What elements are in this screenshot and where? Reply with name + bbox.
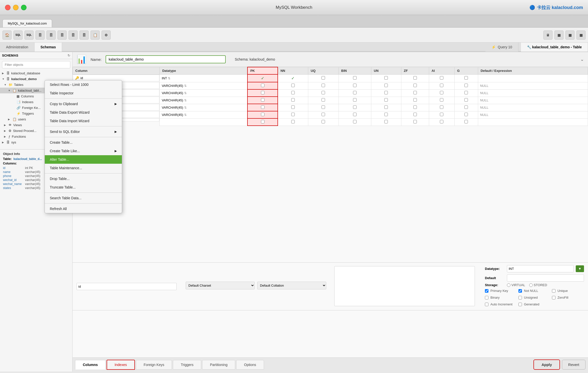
cb-un[interactable]	[384, 76, 388, 80]
row-ai-cell[interactable]	[429, 74, 454, 82]
row-zf-cell[interactable]	[401, 89, 429, 97]
tab-triggers[interactable]: Triggers	[173, 360, 201, 369]
cb-g[interactable]	[464, 91, 468, 94]
context-menu-item[interactable]: Create Table...	[45, 138, 122, 147]
row-g-cell[interactable]	[455, 118, 478, 126]
cb-bin[interactable]	[353, 76, 357, 80]
cb-zf[interactable]	[413, 113, 417, 116]
revert-button[interactable]: Revert	[562, 360, 585, 369]
row-ai-cell[interactable]	[429, 118, 454, 126]
schemas-refresh-icon[interactable]: ↻	[68, 54, 70, 57]
cb-uq[interactable]	[322, 98, 325, 102]
row-zf-cell[interactable]	[401, 111, 429, 118]
row-uq-cell[interactable]	[308, 82, 339, 89]
cb-nn[interactable]	[291, 91, 295, 94]
cb-pk[interactable]	[261, 105, 264, 109]
row-zf-cell[interactable]	[401, 104, 429, 111]
row-uq-cell[interactable]	[308, 111, 339, 118]
cb-pk[interactable]	[261, 98, 264, 102]
context-menu-item[interactable]: Table Maintenance...	[45, 164, 122, 172]
cb-uq[interactable]	[322, 120, 325, 123]
cb-g[interactable]	[464, 113, 468, 116]
toolbar-settings[interactable]: ⚙	[102, 31, 111, 40]
row-un-cell[interactable]	[371, 111, 401, 118]
radio-virtual-input[interactable]	[507, 283, 510, 287]
default-input[interactable]	[507, 274, 584, 282]
context-menu-item[interactable]: Select Rows - Limit 1000	[45, 80, 122, 89]
radio-stored-input[interactable]	[529, 283, 533, 287]
cb-nn[interactable]	[291, 113, 295, 116]
context-menu-item[interactable]: Create Table Like...▶	[45, 147, 122, 155]
toolbar-home[interactable]: 🏠	[3, 31, 12, 40]
toolbar-layout2[interactable]: ▦	[565, 31, 574, 40]
cb-binary[interactable]	[485, 296, 488, 299]
context-menu-item[interactable]: Table Data Export Wizard	[45, 108, 122, 117]
cb-zf[interactable]	[413, 91, 417, 94]
row-bin-cell[interactable]	[339, 111, 371, 118]
cb-bin[interactable]	[353, 98, 357, 102]
cb-bin[interactable]	[353, 120, 357, 123]
row-ai-cell[interactable]	[429, 111, 454, 118]
cb-zf[interactable]	[413, 120, 417, 123]
cb-auto-increment[interactable]	[485, 303, 488, 306]
row-un-cell[interactable]	[371, 89, 401, 97]
browser-tab-main[interactable]: MySQL_for_kalacloud.com	[3, 19, 52, 27]
row-bin-cell[interactable]	[339, 97, 371, 104]
table-row[interactable]: ◇phoneVARCHAR(45) ⇅NULL	[73, 89, 588, 97]
cb-bin[interactable]	[353, 113, 357, 116]
row-un-cell[interactable]	[371, 74, 401, 82]
search-input[interactable]	[2, 61, 70, 68]
minimize-btn[interactable]	[13, 5, 19, 10]
cb-pk[interactable]	[261, 91, 264, 94]
apply-button[interactable]: Apply	[533, 359, 560, 370]
cb-g[interactable]	[464, 84, 468, 87]
cb-ai[interactable]	[440, 120, 443, 123]
row-g-cell[interactable]	[455, 82, 478, 89]
cb-bin[interactable]	[353, 105, 357, 109]
row-un-cell[interactable]	[371, 82, 401, 89]
context-menu-item[interactable]: Copy to Clipboard▶	[45, 100, 122, 108]
row-zf-cell[interactable]	[401, 118, 429, 126]
row-uq-cell[interactable]	[308, 104, 339, 111]
row-zf-cell[interactable]	[401, 82, 429, 89]
tab-partitioning[interactable]: Partitioning	[202, 360, 235, 369]
row-g-cell[interactable]	[455, 89, 478, 97]
row-pk-cell[interactable]	[247, 82, 278, 89]
toolbar-db1[interactable]: 🗄	[36, 31, 45, 40]
cb-unsigned[interactable]	[518, 296, 522, 299]
tab-administration[interactable]: Administration	[0, 43, 35, 52]
cb-un[interactable]	[384, 98, 388, 102]
context-menu-item[interactable]: Drop Table...	[45, 174, 122, 183]
row-nn-cell[interactable]: ✓	[278, 74, 308, 82]
table-row[interactable]: ◇nameVARCHAR(45) ⇅NULL	[73, 82, 588, 89]
tab-foreign-keys[interactable]: Foreign Keys	[136, 360, 172, 369]
row-g-cell[interactable]	[455, 104, 478, 111]
datatype-dropdown-btn[interactable]: ▼	[576, 265, 584, 272]
row-uq-cell[interactable]	[308, 118, 339, 126]
context-menu-item[interactable]: Send to SQL Editor▶	[45, 127, 122, 136]
cb-g[interactable]	[464, 76, 468, 80]
cb-g[interactable]	[464, 120, 468, 123]
row-un-cell[interactable]	[371, 97, 401, 104]
charset-select[interactable]: Default Charset	[186, 282, 255, 289]
cb-ai[interactable]	[440, 84, 443, 87]
row-g-cell[interactable]	[455, 111, 478, 118]
toolbar-db2[interactable]: 🗄	[47, 31, 56, 40]
row-pk-cell[interactable]	[247, 111, 278, 118]
row-un-cell[interactable]	[371, 118, 401, 126]
row-uq-cell[interactable]	[308, 74, 339, 82]
table-row[interactable]: ◇statesVARCHAR(45) ⇅NULL	[73, 111, 588, 118]
cb-ai[interactable]	[440, 113, 443, 116]
context-menu-item[interactable]: Table Data Import Wizard	[45, 117, 122, 125]
context-menu-item[interactable]: Table Inspector	[45, 89, 122, 97]
cb-nn[interactable]	[291, 120, 295, 123]
cb-not-null[interactable]	[518, 289, 522, 293]
cb-zf[interactable]	[413, 76, 417, 80]
tab-table[interactable]: 🔧 kalacloud_table_demo - Table	[521, 43, 588, 52]
cb-ai[interactable]	[440, 98, 443, 102]
row-uq-cell[interactable]	[308, 97, 339, 104]
cb-un[interactable]	[384, 84, 388, 87]
cb-uq[interactable]	[322, 113, 325, 116]
toolbar-db4[interactable]: 🗄	[69, 31, 78, 40]
tab-columns[interactable]: Columns	[75, 360, 106, 369]
